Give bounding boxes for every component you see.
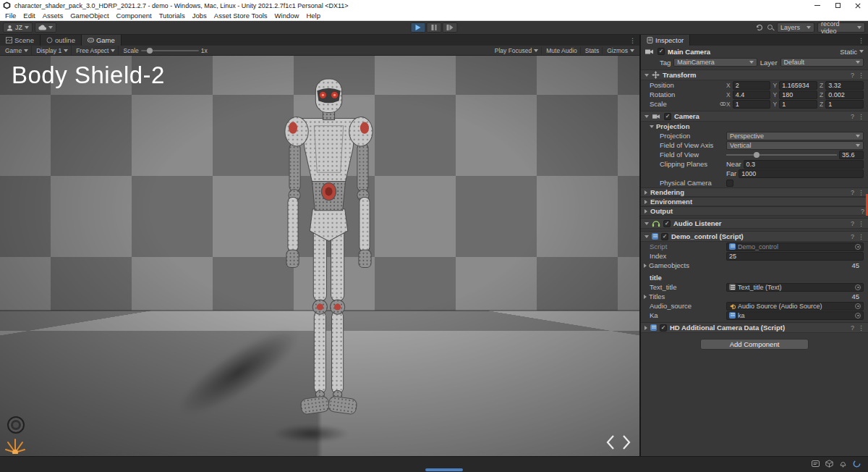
component-menu-icon[interactable]: ⋮: [858, 220, 864, 227]
text-title-object-field[interactable]: Text_title (Text): [726, 283, 864, 292]
gameobject-active-checkbox[interactable]: ✓: [658, 48, 665, 55]
foldout-open-icon[interactable]: [644, 115, 649, 118]
transform-header[interactable]: Transform ? ⋮: [641, 69, 868, 80]
foldout-closed-icon[interactable]: [644, 264, 647, 268]
rotation-x-field[interactable]: 4.4: [733, 90, 771, 99]
camera-header[interactable]: ✓ Camera ? ⋮: [641, 111, 868, 122]
object-picker-icon[interactable]: [855, 313, 861, 319]
index-field[interactable]: 25: [726, 252, 864, 261]
tab-inspector[interactable]: Inspector: [641, 35, 690, 46]
account-dropdown[interactable]: JZ: [3, 22, 33, 33]
section-menu-icon[interactable]: ⋮: [858, 189, 864, 196]
foldout-closed-icon[interactable]: [644, 295, 647, 299]
cloud-services-button[interactable]: [35, 22, 56, 33]
stats-toggle[interactable]: Stats: [582, 47, 603, 54]
previous-arrow-icon[interactable]: [606, 434, 615, 450]
position-y-field[interactable]: 1.165934: [779, 81, 817, 90]
component-menu-icon[interactable]: ⋮: [858, 233, 864, 240]
next-arrow-icon[interactable]: [622, 434, 631, 450]
minimize-button[interactable]: [807, 0, 827, 11]
script-object-field[interactable]: Demo_control: [726, 243, 864, 251]
menu-edit[interactable]: Edit: [20, 12, 38, 20]
static-dropdown[interactable]: Static: [840, 48, 864, 56]
rendering-foldout[interactable]: Rendering ? ⋮: [641, 187, 868, 197]
output-foldout[interactable]: Output ?: [641, 206, 868, 216]
game-viewport[interactable]: Body Shield-2: [0, 56, 639, 456]
object-picker-icon[interactable]: [855, 244, 861, 250]
menu-file[interactable]: File: [1, 12, 20, 20]
position-z-field[interactable]: 3.32: [825, 81, 864, 90]
rotation-y-field[interactable]: 180: [779, 90, 817, 99]
audio-source-object-field[interactable]: Audio Source (Audio Source): [726, 302, 864, 311]
activity-progress-icon[interactable]: [853, 460, 861, 468]
package-icon[interactable]: [825, 460, 833, 468]
layers-dropdown[interactable]: Layers: [777, 22, 814, 33]
pane-menu-icon[interactable]: ⋮: [626, 35, 639, 46]
component-menu-icon[interactable]: ⋮: [858, 72, 864, 79]
search-icon[interactable]: [767, 24, 774, 31]
foldout-open-icon[interactable]: [644, 235, 649, 238]
hd-camera-data-header[interactable]: ✓ HD Additional Camera Data (Script) ? ⋮: [641, 322, 868, 333]
menu-component[interactable]: Component: [113, 12, 156, 20]
camera-enabled-checkbox[interactable]: ✓: [664, 113, 671, 120]
projection-section-foldout[interactable]: Projection: [641, 122, 868, 131]
ka-object-field[interactable]: ka: [726, 311, 864, 320]
play-focused-dropdown[interactable]: Play Focused: [492, 47, 542, 54]
pause-button[interactable]: [427, 22, 442, 33]
display-target-dropdown[interactable]: Display 1: [33, 46, 72, 55]
gameobjects-row[interactable]: Gameobjects 45: [641, 261, 868, 270]
help-icon[interactable]: ?: [851, 113, 854, 120]
close-button[interactable]: [848, 0, 868, 11]
hd-camera-data-checkbox[interactable]: ✓: [660, 324, 667, 332]
near-field[interactable]: 0.3: [744, 160, 864, 169]
projection-dropdown[interactable]: Perspective: [726, 132, 864, 140]
tab-game[interactable]: Game: [82, 35, 122, 46]
help-icon[interactable]: ?: [851, 72, 854, 79]
gizmos-dropdown[interactable]: Gizmos: [604, 47, 637, 54]
foldout-closed-icon[interactable]: [644, 326, 647, 330]
object-picker-icon[interactable]: [855, 303, 861, 309]
component-menu-icon[interactable]: ⋮: [858, 113, 864, 120]
tab-outline[interactable]: outline: [41, 35, 82, 46]
fov-value-field[interactable]: 35.6: [839, 151, 864, 159]
audio-listener-checkbox[interactable]: ✓: [663, 220, 671, 227]
titles-size[interactable]: 45: [851, 292, 859, 300]
bell-icon[interactable]: [839, 460, 847, 468]
foldout-open-icon[interactable]: [644, 74, 649, 77]
component-menu-icon[interactable]: ⋮: [858, 324, 864, 332]
help-icon[interactable]: ?: [851, 189, 854, 196]
object-picker-icon[interactable]: [855, 285, 861, 290]
demo-control-header[interactable]: ✓ Demo_control (Script) ? ⋮: [641, 231, 868, 242]
menu-gameobject[interactable]: GameObject: [67, 12, 112, 20]
environment-foldout[interactable]: Environment: [641, 197, 868, 206]
scale-y-field[interactable]: 1: [779, 100, 817, 109]
constrain-proportions-icon[interactable]: [720, 101, 726, 107]
rotation-z-field[interactable]: 0.002: [825, 90, 864, 99]
demo-control-checkbox[interactable]: ✓: [661, 233, 668, 240]
titles-row[interactable]: Titles 45: [641, 292, 868, 301]
menu-asset-store-tools[interactable]: Asset Store Tools: [210, 12, 271, 20]
gameobjects-size[interactable]: 45: [851, 261, 859, 269]
scale-slider-knob[interactable]: [147, 48, 153, 54]
help-icon[interactable]: ?: [851, 220, 854, 227]
foldout-open-icon[interactable]: [644, 222, 649, 225]
tab-scene[interactable]: Scene: [0, 35, 41, 46]
game-display-menu[interactable]: Game: [2, 46, 32, 55]
step-button[interactable]: [443, 22, 458, 33]
inspector-menu-icon[interactable]: ⋮: [854, 35, 868, 46]
layout-dropdown[interactable]: record video: [817, 22, 865, 33]
physical-camera-checkbox[interactable]: [726, 180, 733, 187]
help-icon[interactable]: ?: [851, 233, 854, 240]
scale-slider[interactable]: [141, 50, 199, 51]
menu-window[interactable]: Window: [271, 12, 303, 20]
scale-z-field[interactable]: 1: [825, 100, 864, 109]
undo-history-icon[interactable]: [755, 23, 764, 32]
fov-slider[interactable]: [726, 151, 837, 159]
fov-slider-knob[interactable]: [754, 152, 760, 158]
far-field[interactable]: 1000: [739, 169, 864, 178]
menu-help[interactable]: Help: [302, 12, 324, 20]
play-button[interactable]: [411, 22, 426, 33]
position-x-field[interactable]: 2: [733, 81, 771, 90]
fov-axis-dropdown[interactable]: Vertical: [726, 141, 864, 150]
help-icon[interactable]: ?: [851, 324, 854, 332]
